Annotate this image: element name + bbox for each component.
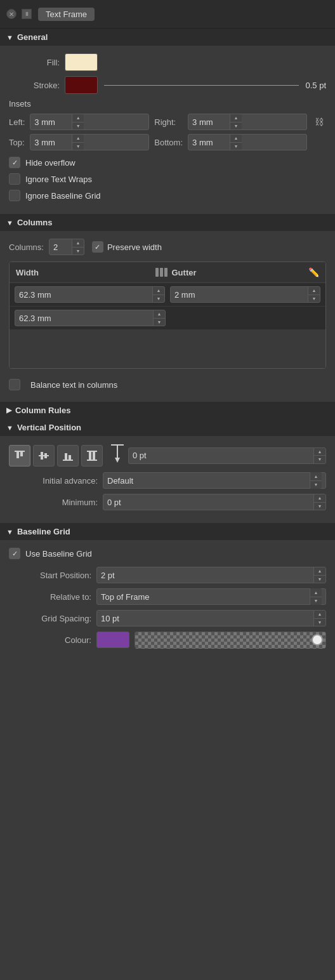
general-section-header[interactable]: ▼ General [0,29,335,46]
preserve-width-checkbox[interactable]: ✓ [92,241,103,253]
use-baseline-grid-label: Use Baseline Grid [25,549,92,559]
start-position-stepper-up[interactable]: ▲ [314,567,325,576]
close-button[interactable]: ✕ [6,9,16,19]
gutter-stepper-1-up[interactable]: ▲ [308,287,320,295]
initial-advance-stepper[interactable]: ▲ ▼ [310,472,322,489]
column-rules-section-header[interactable]: ▶ Column Rules [0,402,335,419]
align-center-button[interactable] [33,445,55,467]
colour-slider-thumb[interactable] [312,634,323,646]
relative-to-stepper-up[interactable]: ▲ [310,588,322,597]
width-stepper-1[interactable]: ▲ ▼ [152,287,164,302]
baseline-grid-section-header[interactable]: ▼ Baseline Grid [0,523,335,540]
minimum-field-wrap[interactable]: ▲ ▼ [103,494,326,510]
ignore-baseline-grid-label: Ignore Baseline Grid [25,191,101,201]
minimum-stepper[interactable]: ▲ ▼ [313,494,325,510]
minimum-stepper-down[interactable]: ▼ [314,503,325,510]
colour-swatch[interactable] [96,632,129,648]
columns-stepper-up[interactable]: ▲ [72,239,84,248]
width-stepper-1-up[interactable]: ▲ [153,287,164,295]
grid-spacing-stepper-up[interactable]: ▲ [314,611,325,619]
svg-rect-12 [93,452,95,460]
grid-spacing-field[interactable] [97,612,313,625]
top-field-wrap[interactable]: ▲ ▼ [30,134,149,150]
bottom-field-wrap[interactable]: ▲ ▼ [188,134,307,150]
ignore-baseline-grid-checkbox[interactable] [9,190,20,201]
left-stepper-down[interactable]: ▼ [72,122,84,130]
width-stepper-1-down[interactable]: ▼ [153,295,164,303]
align-bottom-button[interactable] [57,445,79,467]
right-stepper-up[interactable]: ▲ [230,114,242,122]
width-stepper-2-down[interactable]: ▼ [154,319,165,326]
gutter-stepper-1[interactable]: ▲ ▼ [308,287,320,302]
right-stepper-down[interactable]: ▼ [230,122,242,130]
align-top-icon [14,450,25,461]
colour-label: Colour: [9,635,91,645]
right-field[interactable] [188,116,230,128]
grid-spacing-field-wrap[interactable]: ▲ ▼ [96,610,326,626]
width-input-1[interactable] [15,289,152,301]
offset-stepper-up[interactable]: ▲ [314,448,325,456]
start-position-stepper-down[interactable]: ▼ [314,576,325,583]
relative-to-select[interactable]: Top of Frame ▲ ▼ [96,588,326,605]
offset-stepper-down[interactable]: ▼ [314,456,325,463]
width-cell-2[interactable]: ▲ ▼ [15,310,166,326]
balance-text-checkbox[interactable] [9,379,20,390]
top-stepper[interactable]: ▲ ▼ [72,135,84,150]
insets-link-icon[interactable]: ⛓ [312,117,326,127]
width-cell-1[interactable]: ▲ ▼ [15,286,165,303]
align-top-button[interactable] [9,445,30,467]
initial-advance-stepper-up[interactable]: ▲ [310,472,322,481]
gutter-stepper-1-down[interactable]: ▼ [308,295,320,303]
vertical-position-section-header[interactable]: ▼ Vertical Position [0,419,335,436]
grid-spacing-stepper[interactable]: ▲ ▼ [313,611,325,626]
offset-field[interactable] [129,449,313,461]
columns-section-header[interactable]: ▼ Columns [0,214,335,231]
offset-field-wrap[interactable]: ▲ ▼ [128,447,326,464]
start-position-field[interactable] [97,569,313,581]
top-field[interactable] [30,136,72,149]
width-stepper-2[interactable]: ▲ ▼ [153,310,165,326]
columns-stepper-down[interactable]: ▼ [72,248,84,255]
columns-num-wrap[interactable]: ▲ ▼ [49,239,84,255]
bottom-stepper-up[interactable]: ▲ [230,135,242,143]
left-stepper[interactable]: ▲ ▼ [72,114,84,129]
use-baseline-grid-checkbox[interactable]: ✓ [9,548,20,559]
initial-advance-select[interactable]: Default ▲ ▼ [103,472,326,489]
minimum-field[interactable] [103,496,313,508]
bottom-stepper-down[interactable]: ▼ [230,143,242,150]
right-field-wrap[interactable]: ▲ ▼ [188,114,307,130]
width-input-2[interactable] [15,312,153,324]
right-stepper[interactable]: ▲ ▼ [230,114,242,129]
colour-slider[interactable] [135,632,326,648]
bottom-field[interactable] [188,136,230,149]
relative-to-stepper-down[interactable]: ▼ [310,597,322,606]
relative-to-stepper[interactable]: ▲ ▼ [310,588,322,605]
grid-spacing-stepper-down[interactable]: ▼ [314,619,325,626]
columns-num-input[interactable] [49,241,72,253]
close-icon: ✕ [9,11,14,18]
top-stepper-up[interactable]: ▲ [72,135,84,143]
gutter-input-1[interactable] [171,289,308,301]
edit-columns-icon[interactable]: ✏️ [308,267,319,277]
ignore-text-wraps-checkbox[interactable] [9,173,20,185]
offset-stepper[interactable]: ▲ ▼ [313,448,325,463]
stroke-swatch[interactable] [65,76,98,94]
left-stepper-up[interactable]: ▲ [72,114,84,122]
initial-advance-stepper-down[interactable]: ▼ [310,481,322,489]
columns-stepper[interactable]: ▲ ▼ [72,239,84,255]
align-justify-button[interactable] [81,445,103,467]
minimum-label: Minimum: [9,498,98,507]
start-position-stepper[interactable]: ▲ ▼ [313,567,325,583]
fill-swatch[interactable] [65,53,98,71]
width-stepper-2-up[interactable]: ▲ [154,310,165,319]
bottom-stepper[interactable]: ▲ ▼ [230,135,242,150]
gutter-cell-1[interactable]: ▲ ▼ [170,286,320,303]
hide-overflow-checkbox[interactable]: ✓ [9,157,20,168]
start-position-field-wrap[interactable]: ▲ ▼ [96,567,326,583]
fill-row: Fill: [9,53,326,71]
left-field[interactable] [30,116,72,128]
minimum-stepper-up[interactable]: ▲ [314,494,325,503]
left-field-wrap[interactable]: ▲ ▼ [30,114,149,130]
top-stepper-down[interactable]: ▼ [72,143,84,150]
pause-button[interactable]: ⏸ [22,9,32,19]
